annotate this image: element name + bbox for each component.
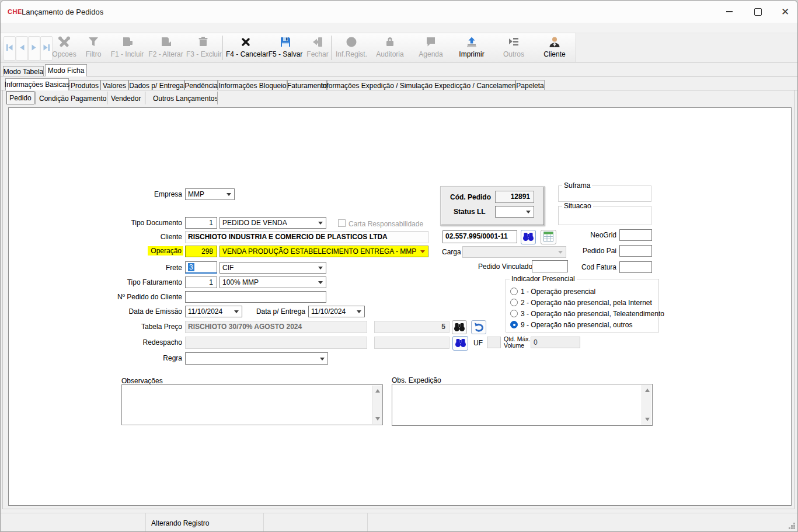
empresa-select[interactable]: MMP xyxy=(185,188,235,200)
toolbar-f1-incluir-label: F1 - Incluir xyxy=(111,50,144,58)
toolbar-imprimir-button[interactable]: Imprimir xyxy=(454,34,490,61)
radio-indicador-3-label: 3 - Operação não presencial, Teleatendim… xyxy=(521,310,664,318)
scroll-up-icon[interactable] xyxy=(375,389,380,393)
nav-next-button[interactable] xyxy=(28,36,40,61)
frete-select[interactable]: CIF xyxy=(219,262,326,274)
redespacho-label: Redespacho xyxy=(106,338,182,346)
cnpj-search-button[interactable] xyxy=(521,230,536,244)
tipo-documento-label: Tipo Documento xyxy=(106,219,182,227)
close-button[interactable]: ✕ xyxy=(772,1,798,23)
tipo-documento-select[interactable]: PEDIDO DE VENDA xyxy=(219,217,326,229)
maximize-icon xyxy=(754,8,762,16)
toolbar-f3-excluir-button: F3 - Excluir xyxy=(186,34,220,61)
close-icon: ✕ xyxy=(781,7,789,17)
toolbar-agenda-label: Agenda xyxy=(419,50,442,58)
pedido-vinculado-field[interactable] xyxy=(532,260,568,272)
data-entrega-select[interactable]: 11/10/2024 xyxy=(308,306,365,317)
list-icon xyxy=(497,34,531,50)
tabela-preco-code-field: 5 xyxy=(374,321,449,333)
scrollbar[interactable] xyxy=(372,386,382,424)
scroll-down-icon[interactable] xyxy=(375,417,380,421)
minimize-button[interactable] xyxy=(716,1,743,23)
status-ll-label: Status LL xyxy=(454,208,486,216)
binoculars-icon xyxy=(454,337,467,350)
toolbar-agenda-button: Agenda xyxy=(414,34,448,61)
tab-produtos[interactable]: Produtos xyxy=(69,80,100,90)
tabela-preco-search-button[interactable] xyxy=(452,320,467,334)
subtab-condicao-pagamento[interactable]: Condição Pagamento xyxy=(39,94,106,103)
tab-pendencia[interactable]: Pendência xyxy=(184,80,218,90)
uf-field[interactable] xyxy=(487,337,501,348)
cnpj-field[interactable]: 02.557.995/0001-11 xyxy=(442,230,517,243)
status-text: Alterando Registro xyxy=(151,519,209,527)
carta-responsabilidade-checkbox[interactable] xyxy=(338,219,346,227)
redespacho-field xyxy=(185,337,367,349)
uf-label: UF xyxy=(473,339,483,347)
subtab-pedido[interactable]: Pedido xyxy=(6,91,34,104)
chevron-down-icon xyxy=(420,250,425,253)
main-tabstrip-baseline xyxy=(1,90,797,90)
chevron-down-icon xyxy=(318,281,323,284)
toolbar-cliente-button[interactable]: Cliente xyxy=(538,34,572,61)
redespacho-search-button[interactable] xyxy=(452,336,468,351)
num-pedido-cliente-label: Nº Pedido do Cliente xyxy=(106,293,182,301)
tab-informacoes-basicas[interactable]: Informações Basicas xyxy=(5,78,69,90)
toolbar-auditoria-button: Auditoria xyxy=(373,34,407,61)
pedido-vinculado-label: Pedido Vinculado xyxy=(478,262,529,271)
radio-indicador-2[interactable] xyxy=(510,299,518,306)
tipo-faturamento-select[interactable]: 100% MMP xyxy=(219,276,326,288)
tab-informacoes-bloqueio[interactable]: Informações Bloqueio xyxy=(218,80,287,90)
add-record-icon xyxy=(109,34,145,50)
num-pedido-cliente-field[interactable] xyxy=(185,291,326,303)
radio-indicador-1[interactable] xyxy=(510,288,518,295)
data-emissao-select[interactable]: 11/10/2024 xyxy=(185,306,242,317)
regra-select[interactable] xyxy=(185,352,328,365)
operacao-code-field[interactable]: 298 xyxy=(185,246,217,257)
resize-grip[interactable] xyxy=(793,527,795,529)
chevron-down-icon xyxy=(357,310,361,313)
toolbar-cliente-label: Cliente xyxy=(543,50,565,58)
subtab-outros-lancamentos[interactable]: Outros Lançamentos xyxy=(153,94,218,103)
radio-indicador-9[interactable] xyxy=(510,321,518,328)
suframa-label: Suframa xyxy=(562,181,592,190)
cliente-field[interactable]: RISCHIOTO INDUSTRIA E COMERCIO DE PLASTI… xyxy=(185,231,428,243)
frete-code-field[interactable]: 3 xyxy=(185,261,217,274)
toolbar-f4-cancelar-button[interactable]: F4 - Cancelar xyxy=(226,34,266,61)
mode-tab-modo-ficha[interactable]: Modo Ficha xyxy=(45,64,87,76)
status-ll-select[interactable] xyxy=(495,206,534,218)
subtab-separator xyxy=(217,92,218,104)
toolbar-f1-incluir-button: F1 - Incluir xyxy=(109,34,145,61)
cod-fatura-field[interactable] xyxy=(619,261,652,273)
cnpj-table-button[interactable] xyxy=(541,230,556,244)
maximize-button[interactable] xyxy=(744,1,771,23)
tab-informacoes-expedicao-simulacao-expedicc[interactable]: Informações Expedição / Simulação Expedi… xyxy=(327,80,515,90)
tipo-faturamento-code-field[interactable]: 1 xyxy=(185,276,217,288)
nav-first-button[interactable] xyxy=(4,36,16,61)
scroll-down-icon[interactable] xyxy=(645,418,650,421)
operacao-select[interactable]: VENDA PRODUÇÃO ESTABELECIMENTO ENTREGA -… xyxy=(219,246,428,257)
cod-pedido-field: 12891 xyxy=(495,191,534,203)
nav-prev-button[interactable] xyxy=(16,36,28,61)
mode-tab-modo-tabela[interactable]: Modo Tabela xyxy=(3,66,44,76)
subtab-vendedor[interactable]: Vendedor xyxy=(111,94,141,103)
toolbar-outros-label: Outros xyxy=(503,50,524,58)
observacoes-textarea[interactable] xyxy=(121,384,383,425)
tab-papeleta[interactable]: Papeleta xyxy=(515,80,545,90)
pedido-pai-field[interactable] xyxy=(619,245,652,257)
obs-expedicao-label: Obs. Expedição xyxy=(392,376,441,384)
radio-indicador-3[interactable] xyxy=(510,310,518,317)
tab-dados-p-entrega[interactable]: Dados p/ Entrega xyxy=(128,80,184,90)
scroll-up-icon[interactable] xyxy=(645,388,650,392)
toolbar-f5-salvar-button[interactable]: F5 - Salvar xyxy=(268,34,303,61)
obs-expedicao-textarea[interactable] xyxy=(392,384,653,426)
neogrid-field[interactable] xyxy=(619,229,652,241)
scrollbar[interactable] xyxy=(642,385,651,425)
exit-icon xyxy=(304,34,331,50)
carga-select xyxy=(462,246,566,258)
radio-indicador-2-label: 2 - Operação não presencial, pela Intern… xyxy=(521,299,652,307)
cod-fatura-label: Cod Fatura xyxy=(576,263,616,271)
tipo-documento-code-field[interactable]: 1 xyxy=(185,217,217,229)
radio-indicador-9-label: 9 - Operação não presencial, outros xyxy=(521,321,632,329)
tabela-preco-refresh-button[interactable] xyxy=(471,320,486,334)
tab-valores[interactable]: Valores xyxy=(100,80,128,90)
